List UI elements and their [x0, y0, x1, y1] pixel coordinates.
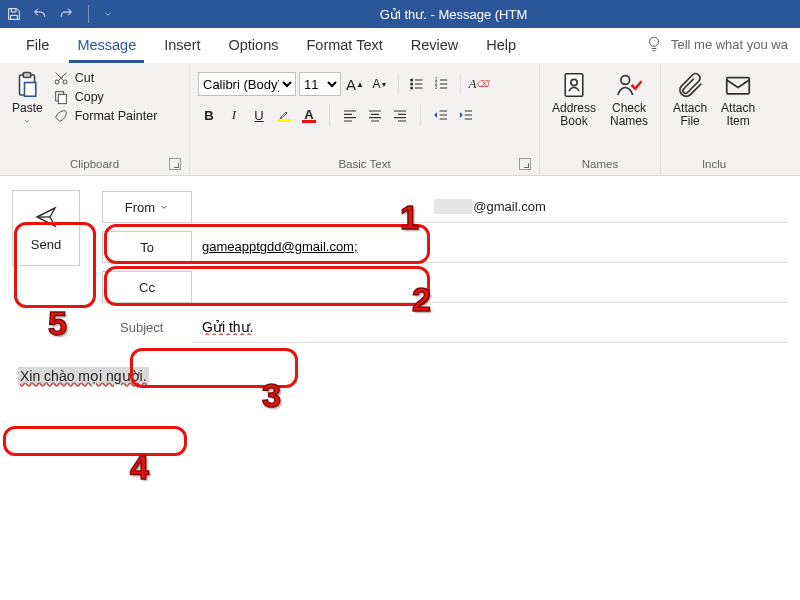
message-body[interactable]: Xin chào mọi người.	[12, 350, 788, 402]
copy-icon	[53, 89, 69, 105]
to-button[interactable]: To	[102, 231, 192, 263]
copy-label: Copy	[75, 90, 104, 104]
from-value: @gmail.com	[473, 199, 545, 214]
attach-item-label: Attach Item	[721, 102, 755, 128]
svg-point-10	[411, 87, 413, 89]
address-book-button[interactable]: Address Book	[548, 68, 600, 130]
chevron-down-icon	[23, 117, 31, 125]
tab-review[interactable]: Review	[397, 29, 473, 63]
basic-text-group-label: Basic Text	[338, 158, 390, 170]
svg-rect-3	[25, 83, 36, 97]
scissors-icon	[53, 70, 69, 86]
redo-icon[interactable]	[58, 6, 74, 22]
highlight-button[interactable]	[273, 104, 295, 126]
attach-item-icon	[723, 70, 753, 100]
copy-button[interactable]: Copy	[53, 89, 158, 105]
annotation-number-4: 4	[130, 448, 149, 487]
svg-point-16	[621, 76, 630, 85]
subject-label: Subject	[102, 320, 192, 335]
svg-point-0	[649, 37, 658, 46]
window-title: Gửi thư. - Message (HTM	[113, 7, 794, 22]
quick-access-toolbar	[6, 5, 113, 23]
tab-help[interactable]: Help	[472, 29, 530, 63]
tell-me-label: Tell me what you wa	[671, 37, 788, 52]
from-label: From	[125, 200, 155, 215]
dialog-launcher-icon[interactable]	[169, 158, 181, 170]
italic-button[interactable]: I	[223, 104, 245, 126]
align-center-button[interactable]	[364, 104, 386, 126]
title-bar: Gửi thư. - Message (HTM	[0, 0, 800, 28]
send-button[interactable]: Send	[12, 190, 80, 266]
bullets-button[interactable]	[406, 73, 428, 95]
bold-button[interactable]: B	[198, 104, 220, 126]
cut-label: Cut	[75, 71, 94, 85]
svg-rect-2	[24, 73, 32, 78]
names-group-label: Names	[548, 156, 652, 173]
svg-rect-7	[58, 94, 66, 103]
address-book-label: Address Book	[552, 102, 596, 128]
tab-options[interactable]: Options	[214, 29, 292, 63]
lightbulb-icon	[645, 35, 663, 53]
subject-field[interactable]	[192, 311, 788, 343]
cc-button[interactable]: Cc	[102, 271, 192, 303]
format-painter-button[interactable]: Format Painter	[53, 108, 158, 124]
grow-font-button[interactable]: A▲	[344, 73, 366, 95]
shrink-font-button[interactable]: A▼	[369, 73, 391, 95]
address-book-icon	[559, 70, 589, 100]
font-name-select[interactable]: Calibri (Body)	[198, 72, 296, 96]
align-right-icon	[392, 107, 408, 123]
annotation-box-4	[3, 426, 187, 456]
chevron-down-icon	[159, 202, 169, 212]
attach-file-button[interactable]: Attach File	[669, 68, 711, 130]
cc-field[interactable]	[192, 271, 788, 303]
group-clipboard: Paste Cut Copy Format Painter Clipboard	[0, 64, 190, 175]
format-painter-label: Format Painter	[75, 109, 158, 123]
compose-area: Send From xxxxxx@gmail.com To Cc Subject…	[0, 176, 800, 402]
paperclip-icon	[675, 70, 705, 100]
ribbon-tabs: File Message Insert Options Format Text …	[0, 28, 800, 64]
group-basic-text: Calibri (Body) 11 A▲ A▼ 123 A⌫ B I U A	[190, 64, 540, 175]
send-label: Send	[31, 237, 61, 252]
decrease-indent-button[interactable]	[430, 104, 452, 126]
tell-me-search[interactable]: Tell me what you wa	[645, 27, 788, 63]
align-left-icon	[342, 107, 358, 123]
font-size-select[interactable]: 11	[299, 72, 341, 96]
bullets-icon	[409, 76, 425, 92]
save-icon[interactable]	[6, 6, 22, 22]
tab-file[interactable]: File	[12, 29, 63, 63]
send-icon	[31, 205, 61, 229]
tab-insert[interactable]: Insert	[150, 29, 214, 63]
dialog-launcher-icon[interactable]	[519, 158, 531, 170]
align-right-button[interactable]	[389, 104, 411, 126]
font-color-button[interactable]: A	[298, 104, 320, 126]
body-text: Xin chào mọi người.	[18, 367, 149, 385]
increase-indent-button[interactable]	[455, 104, 477, 126]
check-names-button[interactable]: Check Names	[606, 68, 652, 130]
paste-icon	[12, 70, 42, 100]
tab-format-text[interactable]: Format Text	[292, 29, 396, 63]
clear-formatting-button[interactable]: A⌫	[468, 73, 490, 95]
attach-item-button[interactable]: Attach Item	[717, 68, 759, 130]
tab-message[interactable]: Message	[63, 29, 150, 63]
undo-icon[interactable]	[32, 6, 48, 22]
ribbon: Paste Cut Copy Format Painter Clipboard	[0, 64, 800, 176]
align-center-icon	[367, 107, 383, 123]
numbering-icon: 123	[434, 76, 450, 92]
numbering-button[interactable]: 123	[431, 73, 453, 95]
from-field[interactable]: xxxxxx@gmail.com	[192, 191, 788, 223]
outdent-icon	[433, 107, 449, 123]
check-names-label: Check Names	[610, 102, 648, 128]
include-group-label: Inclu	[669, 156, 759, 173]
svg-point-9	[411, 83, 413, 85]
align-left-button[interactable]	[339, 104, 361, 126]
underline-button[interactable]: U	[248, 104, 270, 126]
from-button[interactable]: From	[102, 191, 192, 223]
svg-text:3: 3	[435, 85, 438, 90]
to-field[interactable]	[192, 231, 788, 263]
chevron-down-icon[interactable]	[103, 9, 113, 19]
cut-button[interactable]: Cut	[53, 70, 158, 86]
from-masked-prefix: xxxxxx	[434, 199, 473, 214]
svg-rect-17	[727, 78, 750, 94]
paste-button[interactable]: Paste	[8, 68, 47, 127]
paste-label: Paste	[12, 102, 43, 115]
